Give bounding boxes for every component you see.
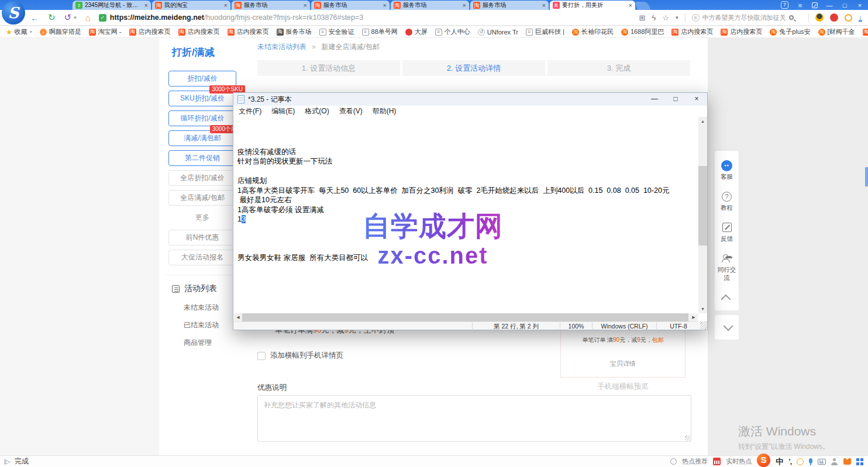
sidebar-button[interactable]: 更多 [168,210,236,226]
favorite-star-icon[interactable]: ☆ [662,13,669,22]
resize-grip-icon[interactable] [685,435,690,441]
realtime-hot-label[interactable]: 实时热点 [726,457,752,466]
sidebar-button[interactable]: 循环折扣/减价 [168,110,236,126]
breadcrumb-parent-link[interactable]: 未结束活动列表 [257,43,306,51]
browser-tab[interactable]: 我的淘宝× [152,1,230,10]
search-news-box[interactable]: S 中方希望美方尽快取消加征关 [692,13,802,22]
sidebar-button[interactable]: 全店满减/包邮 [168,190,236,206]
scrollbar-thumb[interactable] [242,313,688,321]
ime-punctuation-icon[interactable]: ’, [788,458,791,466]
hot-recommend-icon[interactable] [670,458,677,465]
minimize-button[interactable]: — [826,2,833,9]
browser-tab[interactable]: 服务市场× [391,1,469,10]
search-icon[interactable] [789,15,794,20]
notepad-menu-item[interactable]: 格式(O) [305,106,329,116]
hot-recommend-label[interactable]: 热点推荐 [682,457,708,466]
ime-skin-icon[interactable] [843,458,851,465]
tab-close-icon[interactable]: × [224,2,228,9]
notepad-menu-item[interactable]: 文件(F) [239,106,261,116]
bookmark-item[interactable]: UNforex Tr [478,29,518,36]
menu-icon[interactable]: ≡ [797,2,804,9]
maximize-button[interactable]: □ [841,2,848,9]
address-bar[interactable]: ✓ https://meizhe.meideng.net/huodong/fmj… [99,13,639,22]
scroll-to-bottom-button[interactable] [715,315,739,340]
close-button[interactable]: × [856,2,863,9]
sidebar-button[interactable]: 全店折扣/减价 [168,170,236,186]
notepad-menu-item[interactable]: 帮助(H) [373,106,397,116]
bookmark-item[interactable]: 安全验证 [319,27,354,36]
microphone-icon[interactable] [809,458,812,463]
bookmark-item[interactable]: 88单号网 [362,27,398,36]
window-resize-grip[interactable] [700,322,707,330]
browser-tab[interactable]: 服务市场× [311,1,390,10]
ime-account-icon[interactable] [831,458,838,465]
promo-description-input[interactable] [257,395,691,442]
notepad-menu-item[interactable]: 编辑(E) [271,106,295,116]
tab-close-icon[interactable]: × [629,2,632,9]
sidebar-button[interactable]: 大促活动报名 [168,250,236,265]
bookmark-item[interactable]: [财阀千金 [818,27,855,36]
notepad-close-button[interactable]: × [686,93,707,106]
notepad-menu-item[interactable]: 查看(V) [339,106,363,116]
float-tool-chat[interactable]: ▪▪客服 [715,155,739,186]
banner-checkbox[interactable] [257,352,266,360]
scroll-up-icon[interactable]: ▲ [698,117,707,126]
sidebar-button[interactable]: 折扣/减价 [168,71,236,87]
bookmark-item[interactable]: 个人中心 [435,27,470,36]
reload-icon[interactable]: ↻ [48,12,56,23]
float-tool-people[interactable]: 同行交流 [715,248,739,288]
tab-close-icon[interactable]: × [304,2,307,9]
news-ticker-text[interactable]: 中方希望美方尽快取消加征关 [702,13,786,22]
smiley-icon[interactable] [845,14,852,22]
app-red-icon[interactable] [830,13,838,22]
sidebar-toggle-icon[interactable]: ▷ [5,458,11,465]
realtime-hot-icon[interactable] [713,458,721,465]
bookmark-item[interactable]: 服务市场 [277,27,312,36]
float-tool-edit[interactable]: 反馈 [715,217,739,248]
bookmark-item[interactable]: 店内搜索页 [228,27,269,36]
tab-close-icon[interactable]: × [463,2,466,9]
sogou-ime-icon[interactable]: S [757,454,770,467]
notepad-text[interactable]: 疫情没有减缓的话针对当前的现状更新一下玩法 店铺规划1高客单大类目破零开车 每天… [234,117,698,313]
toolbar-dropdown-icon[interactable]: ▾ [676,15,678,20]
undo-dropdown-icon[interactable]: ▾ [74,15,77,20]
favorites-menu[interactable]: ★ 收藏 ▾ [6,27,32,36]
bookmark-item[interactable]: 1688阿里巴 [621,27,664,36]
undo-icon[interactable]: ↺ [64,12,72,23]
scroll-right-icon[interactable]: ▶ [690,313,698,321]
apps-grid-icon[interactable]: ⊞ [639,13,646,22]
emoji-icon[interactable] [797,458,804,465]
bookmark-item[interactable]: 店内搜索页 [863,27,868,36]
ime-toolbox-icon[interactable] [856,458,859,461]
tab-count-badge[interactable]: 7 [781,1,788,9]
scroll-to-top-button[interactable] [715,286,739,310]
user-avatar-icon[interactable] [815,13,824,22]
tab-close-icon[interactable]: × [383,2,387,9]
notepad-minimize-button[interactable]: — [644,93,665,106]
home-icon[interactable]: ⌂ [85,13,91,23]
tab-close-icon[interactable]: × [542,2,546,9]
scroll-left-icon[interactable]: ◀ [234,313,242,321]
tab-close-icon[interactable]: × [144,2,148,9]
browser-tab[interactable]: 服务市场× [232,1,310,10]
notepad-title-bar[interactable]: *3.25 - 记事本 — □ × [233,93,707,106]
url-text[interactable]: https://meizhe.meideng.net/huodong/fmjs-… [110,13,364,22]
download-icon[interactable]: ↓ [859,14,863,22]
bookmark-item[interactable]: 店内搜索页 [721,27,762,36]
browser-tab[interactable]: 服务市场× [470,1,549,10]
back-icon[interactable]: ← [30,13,39,23]
notepad-horizontal-scrollbar[interactable]: ◀ ▶ [234,313,698,321]
notepad-vertical-scrollbar[interactable]: ▲ ▼ [698,117,707,313]
browser-page-scrollbar[interactable] [865,167,868,186]
ime-language-mode[interactable]: 中 [776,456,783,467]
bookmark-item[interactable]: 巨威科技 | [526,27,564,36]
sidebar-button[interactable]: 前N件优惠 [168,230,236,245]
sidebar-list-item[interactable]: 商品管理 [159,330,246,348]
bookmark-item[interactable]: 店内搜索页 [129,27,171,36]
float-tool-help[interactable]: ?教程 [715,186,739,217]
bookmark-item[interactable]: 大屏 [405,27,428,36]
bookmark-item[interactable]: 店内搜索页 [178,27,220,36]
bookmark-item[interactable]: 店内搜索页 [671,27,713,36]
scrollbar-thumb[interactable] [698,166,707,245]
bookmark-item[interactable]: 啊颜穿搭是 [40,27,81,36]
